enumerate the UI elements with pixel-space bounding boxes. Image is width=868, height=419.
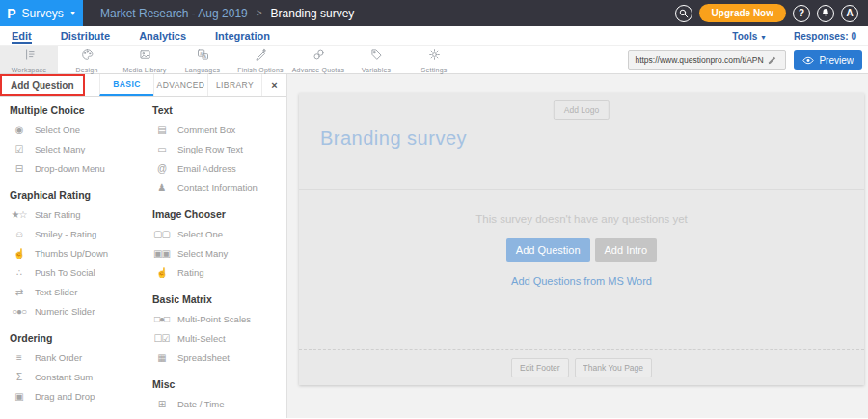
dropdown-icon: ⊟ xyxy=(10,163,28,174)
section-title-misc: Misc xyxy=(152,378,258,390)
add-question-button[interactable]: Add Question xyxy=(0,74,85,96)
question-type-text-slider[interactable]: ⇄Text Slider xyxy=(10,282,145,301)
close-icon: × xyxy=(271,79,277,91)
survey-canvas-footer: Edit Footer Thank You Page xyxy=(299,349,864,384)
menu-item-integration[interactable]: Integration xyxy=(215,28,270,44)
toolbar-item-languages[interactable]: aALanguages xyxy=(174,46,231,73)
question-type-multi-point-scales[interactable]: □●□Multi-Point Scales xyxy=(152,309,258,328)
toolbar-item-label: Finish Options xyxy=(237,67,284,73)
question-type-select-many[interactable]: ☑Select Many xyxy=(10,139,145,158)
breadcrumb: Market Research - Aug 2019 > Branding su… xyxy=(100,7,354,20)
responses-count[interactable]: Responses: 0 xyxy=(794,31,856,42)
variables-tag-icon xyxy=(369,47,384,66)
edit-url-button[interactable] xyxy=(764,55,781,65)
survey-canvas-header: Add Logo Branding survey xyxy=(299,93,864,190)
question-type-date-time[interactable]: ⊞Date / Time xyxy=(152,394,258,413)
search-button[interactable] xyxy=(675,5,692,22)
question-type-comment-box[interactable]: ▤Comment Box xyxy=(152,120,258,139)
question-type-label: Select One xyxy=(35,125,80,135)
avatar[interactable]: A xyxy=(841,5,858,22)
tools-menu[interactable]: Tools ▼ xyxy=(732,31,767,42)
question-type-label: Drag and Drop xyxy=(35,391,95,402)
help-button[interactable]: ? xyxy=(793,5,810,22)
edit-footer-button[interactable]: Edit Footer xyxy=(511,358,569,377)
multi-point-scales-icon: □●□ xyxy=(152,314,171,324)
survey-canvas-body: This survey doesn't have any questions y… xyxy=(299,190,864,349)
menu-item-analytics[interactable]: Analytics xyxy=(139,28,186,44)
add-question-panel: Add Question BASICADVANCEDLIBRARY × Mult… xyxy=(0,74,287,418)
menu-item-edit[interactable]: Edit xyxy=(12,28,32,44)
media-library-icon xyxy=(138,47,152,66)
eye-icon xyxy=(802,56,814,65)
toolbar-item-settings[interactable]: Settings xyxy=(405,46,463,73)
question-type-constant-sum[interactable]: ΣConstant Sum xyxy=(10,367,145,386)
question-type-email-address[interactable]: @Email Address xyxy=(152,158,258,178)
tab-library[interactable]: LIBRARY xyxy=(207,74,261,96)
empty-survey-actions: Add Question Add Intro xyxy=(506,238,657,262)
finish-options-pen-icon xyxy=(254,47,268,66)
question-type-spreadsheet[interactable]: ▦Spreadsheet xyxy=(152,348,258,367)
settings-gear-icon xyxy=(427,47,442,66)
question-type-label: Constant Sum xyxy=(35,372,93,382)
toolbar-item-media-library[interactable]: Media Library xyxy=(116,46,174,73)
toolbar-items: WorkspaceDesignMedia LibraryaALanguagesF… xyxy=(0,46,463,73)
question-type-push-to-social[interactable]: ∴Push To Social xyxy=(10,263,145,282)
question-type-star-rating[interactable]: ★☆Star Rating xyxy=(10,205,145,224)
thumbs-icon: ☝ xyxy=(10,248,28,259)
thank-you-page-button[interactable]: Thank You Page xyxy=(575,358,652,377)
question-type-select-many[interactable]: ▣▣Select Many xyxy=(152,243,258,263)
question-type-column: Text▤Comment Box▭Single Row Text@Email A… xyxy=(145,97,258,418)
toolbar-right: Preview xyxy=(628,50,862,70)
survey-url-input[interactable] xyxy=(629,55,764,65)
rank-order-icon: ≡ xyxy=(10,352,28,363)
question-type-drop-down-menu[interactable]: ⊟Drop-down Menu xyxy=(10,158,145,178)
canvas-add-question-button[interactable]: Add Question xyxy=(506,238,590,262)
add-intro-button[interactable]: Add Intro xyxy=(595,238,658,262)
section-title-graphical-rating: Graphical Rating xyxy=(10,189,145,201)
question-type-label: Comment Box xyxy=(177,125,235,135)
add-logo-button[interactable]: Add Logo xyxy=(554,100,610,120)
date-time-icon: ⊞ xyxy=(152,399,171,409)
question-type-smiley-rating[interactable]: ☺Smiley - Rating xyxy=(10,224,145,243)
toolbar-item-design[interactable]: Design xyxy=(58,46,116,73)
multi-select-icon: ☐☑ xyxy=(152,333,171,344)
upgrade-now-button[interactable]: Upgrade Now xyxy=(699,4,786,22)
search-icon xyxy=(679,9,689,18)
preview-button[interactable]: Preview xyxy=(794,50,862,70)
pencil-icon xyxy=(768,55,777,65)
panel-header: Add Question BASICADVANCEDLIBRARY × xyxy=(0,74,286,97)
sigma-icon: Σ xyxy=(10,372,28,382)
app-logo-surveys-menu[interactable]: P Surveys ▼ xyxy=(0,0,83,26)
toolbar-item-workspace[interactable]: Workspace xyxy=(0,46,58,73)
advance-quotas-chain-icon xyxy=(312,47,326,66)
share-icon: ∴ xyxy=(10,267,28,278)
question-type-label: Drop-down Menu xyxy=(35,163,105,174)
question-type-rank-order[interactable]: ≡Rank Order xyxy=(10,348,145,367)
tab-advanced[interactable]: ADVANCED xyxy=(153,74,207,96)
question-type-contact-information[interactable]: ♟Contact Information xyxy=(152,178,258,197)
question-type-thumbs-up-down[interactable]: ☝Thumbs Up/Down xyxy=(10,243,145,263)
survey-title[interactable]: Branding survey xyxy=(320,127,467,150)
toolbar-item-variables[interactable]: Variables xyxy=(347,46,405,73)
empty-survey-message: This survey doesn't have any questions y… xyxy=(475,213,688,225)
top-actions: Upgrade Now ? A xyxy=(675,4,868,22)
question-type-label: Contact Information xyxy=(177,182,258,193)
tab-basic[interactable]: BASIC xyxy=(99,74,153,96)
spreadsheet-icon: ▦ xyxy=(152,352,171,363)
menu-items: EditDistributeAnalyticsIntegration xyxy=(12,28,299,44)
notifications-button[interactable] xyxy=(817,5,834,22)
breadcrumb-parent[interactable]: Market Research - Aug 2019 xyxy=(100,7,248,20)
question-type-drag-and-drop[interactable]: ▣Drag and Drop xyxy=(10,386,145,405)
question-type-numeric-slider[interactable]: ○●○Numeric Slider xyxy=(10,301,145,321)
toolbar-item-finish-options[interactable]: Finish Options xyxy=(231,46,289,73)
add-questions-from-ms-word-link[interactable]: Add Questions from MS Word xyxy=(511,275,652,287)
question-type-select-one[interactable]: ◉Select One xyxy=(10,120,145,139)
question-type-single-row-text[interactable]: ▭Single Row Text xyxy=(152,139,258,158)
product-label: Surveys xyxy=(22,7,64,20)
question-type-multi-select[interactable]: ☐☑Multi-Select xyxy=(152,328,258,348)
question-type-rating[interactable]: ☝Rating xyxy=(152,263,258,282)
close-panel-button[interactable]: × xyxy=(261,74,286,96)
toolbar-item-advance-quotas[interactable]: Advance Quotas xyxy=(289,46,347,73)
menu-item-distribute[interactable]: Distribute xyxy=(61,28,110,44)
question-type-select-one[interactable]: ▢▢Select One xyxy=(152,224,258,243)
